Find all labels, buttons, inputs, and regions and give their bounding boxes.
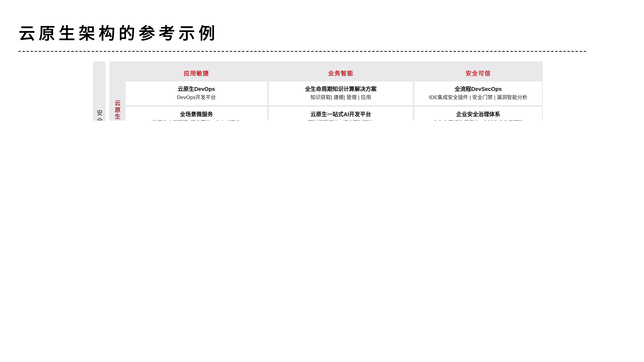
cell-subtitle: 全生命周期数据保护 | 全球安全专家团队 [433, 120, 524, 121]
cell-subtitle: IDE集成安全插件 | 安全门禁 | 漏洞智能分析 [429, 94, 528, 100]
cell-title: 企业安全治理体系 [456, 112, 500, 118]
app-enablement-side-label: 云原生应用赋能 [113, 100, 121, 121]
cell-title: 全流程DevSecOps [454, 86, 502, 92]
panel-app-enablement: 云原生应用赋能 应用敏捷 业务智能 安全可信 云原生DevOps DevOps开… [109, 61, 543, 121]
column-header-business-intelligence: 业务智能 [269, 61, 413, 80]
cell-ai-platform: 云原生一站式AI开发平台 预制模型算法 | 行业预制算法 [269, 107, 413, 121]
security-ops-bar: 安全体系+运营体系 [93, 61, 106, 121]
security-ops-label: 安全体系+运营体系 [93, 110, 106, 121]
slide: 云原生架构的参考示例 安全体系+运营体系 云原生应用赋能 应用敏捷 业务智能 安… [0, 0, 644, 121]
cell-title: 全场景微服务 [180, 112, 213, 118]
cell-knowledge-computing: 全生命周期知识计算解决方案 知识获取| 建模| 管理 | 应用 [269, 81, 413, 105]
cell-microservices: 全场景微服务 微服务应用管理| 服务网格 | 分布式事务 [126, 107, 267, 121]
cell-subtitle: 微服务应用管理| 服务网格 | 分布式事务 [152, 120, 241, 121]
column-header-app-agility: 应用敏捷 [126, 61, 267, 80]
cell-security-governance: 企业安全治理体系 全生命周期数据保护 | 全球安全专家团队 [414, 107, 542, 121]
dashed-divider [18, 51, 586, 52]
cell-title: 云原生一站式AI开发平台 [310, 112, 371, 118]
cell-devsecops: 全流程DevSecOps IDE集成安全插件 | 安全门禁 | 漏洞智能分析 [414, 81, 542, 105]
cell-title: 云原生DevOps [178, 86, 215, 92]
cell-subtitle: 知识获取| 建模| 管理 | 应用 [310, 94, 371, 100]
column-header-security-trust: 安全可信 [414, 61, 542, 80]
cell-title: 全生命周期知识计算解决方案 [305, 86, 376, 92]
cell-devops: 云原生DevOps DevOps开发平台 [126, 81, 267, 105]
page-title: 云原生架构的参考示例 [19, 20, 218, 44]
cell-subtitle: 预制模型算法 | 行业预制算法 [308, 120, 374, 121]
app-grid: 应用敏捷 业务智能 安全可信 云原生DevOps DevOps开发平台 全生命周… [126, 61, 542, 121]
cell-subtitle: DevOps开发平台 [177, 94, 216, 100]
